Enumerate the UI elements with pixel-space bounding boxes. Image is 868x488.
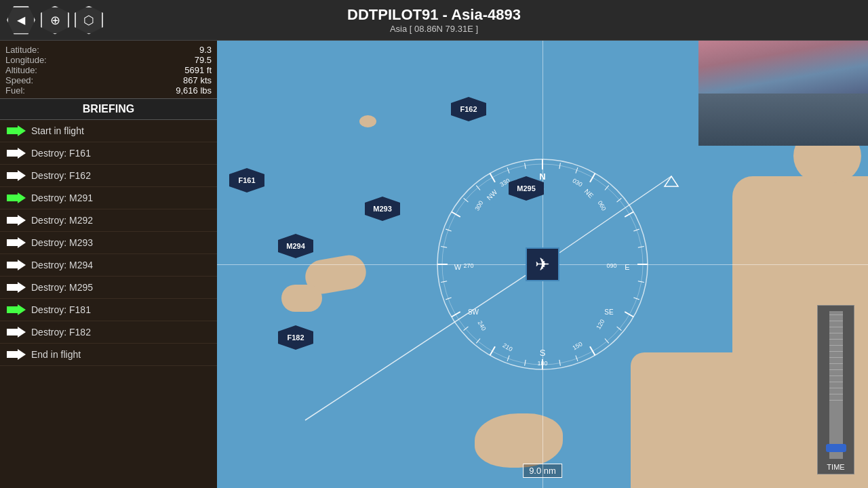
longitude-row: Longitude: 79.5 bbox=[5, 55, 212, 65]
svg-marker-2 bbox=[7, 170, 26, 181]
speed-value: 867 kts bbox=[183, 75, 212, 85]
mission-icon-4 bbox=[7, 214, 26, 226]
altitude-value: 5691 ft bbox=[184, 65, 212, 75]
svg-line-36 bbox=[559, 360, 561, 366]
crosshair-button[interactable]: ⊕ bbox=[41, 6, 69, 35]
mission-icon-7 bbox=[7, 281, 26, 293]
mission-icon-2 bbox=[7, 169, 26, 182]
svg-line-48 bbox=[525, 163, 526, 169]
crosshair-icon: ⊕ bbox=[50, 13, 60, 28]
fuel-row: Fuel: 9,616 lbs bbox=[5, 85, 212, 96]
header-nav: ◀ ⊕ ⬡ bbox=[7, 6, 103, 35]
mission-item-3[interactable]: Destroy: M291 bbox=[0, 187, 217, 209]
header: ◀ ⊕ ⬡ DDTPILOT91 - Asia-4893 Asia [ 08.8… bbox=[0, 0, 868, 41]
target-m293[interactable]: M293 bbox=[365, 197, 400, 221]
mission-icon-9 bbox=[7, 326, 26, 338]
svg-line-23 bbox=[452, 212, 460, 218]
mission-icon-5 bbox=[7, 237, 26, 249]
svg-text:210: 210 bbox=[501, 342, 513, 352]
slider-thumb[interactable] bbox=[826, 444, 846, 452]
mission-item-8[interactable]: Destroy: F181 bbox=[0, 299, 217, 321]
mission-icon-3 bbox=[7, 192, 26, 204]
fuel-label: Fuel: bbox=[5, 85, 25, 96]
svg-line-24 bbox=[490, 174, 496, 182]
hex-button[interactable]: ⬡ bbox=[75, 6, 103, 35]
svg-line-42 bbox=[441, 281, 447, 283]
camera-preview bbox=[698, 41, 868, 146]
speed-row: Speed: 867 kts bbox=[5, 75, 212, 85]
svg-line-43 bbox=[441, 247, 447, 248]
svg-marker-0 bbox=[7, 125, 26, 136]
mission-item-6[interactable]: Destroy: M294 bbox=[0, 254, 217, 277]
svg-marker-71 bbox=[665, 176, 678, 186]
mission-item-7[interactable]: Destroy: M295 bbox=[0, 277, 217, 299]
slider-track[interactable] bbox=[829, 311, 843, 459]
mission-label-6: Destroy: M294 bbox=[31, 260, 93, 270]
left-panel: Latitude: 9.3 Longitude: 79.5 Altitude: … bbox=[0, 41, 217, 488]
svg-line-30 bbox=[638, 247, 644, 248]
mission-label-3: Destroy: M291 bbox=[31, 192, 93, 203]
mission-icon-1 bbox=[7, 147, 26, 159]
mission-icon-10 bbox=[7, 348, 26, 361]
svg-marker-1 bbox=[7, 148, 26, 159]
mission-label-9: Destroy: F182 bbox=[31, 327, 91, 338]
mission-item-9[interactable]: Destroy: F182 bbox=[0, 321, 217, 344]
latitude-label: Latitude: bbox=[5, 45, 39, 55]
slider-ticks bbox=[829, 311, 843, 401]
svg-text:240: 240 bbox=[477, 319, 488, 331]
mission-item-4[interactable]: Destroy: M292 bbox=[0, 209, 217, 232]
mission-label-2: Destroy: F162 bbox=[31, 170, 91, 181]
target-f161[interactable]: F161 bbox=[229, 168, 264, 192]
svg-text:120: 120 bbox=[595, 318, 606, 330]
altitude-row: Altitude: 5691 ft bbox=[5, 65, 212, 75]
svg-line-20 bbox=[490, 346, 496, 355]
svg-marker-5 bbox=[7, 237, 26, 248]
target-f162[interactable]: F162 bbox=[451, 97, 486, 121]
time-slider[interactable]: TIME bbox=[817, 305, 854, 474]
altitude-label: Altitude: bbox=[5, 65, 37, 75]
svg-marker-7 bbox=[7, 282, 26, 293]
mission-list: Start in flight Destroy: F161 Destroy: F… bbox=[0, 120, 217, 366]
briefing-header: BRIEFING bbox=[0, 98, 217, 120]
svg-marker-4 bbox=[7, 215, 26, 226]
sub-title: Asia [ 08.86N 79.31E ] bbox=[347, 24, 521, 34]
back-icon: ◀ bbox=[17, 14, 25, 26]
mission-icon-6 bbox=[7, 259, 26, 271]
target-m294[interactable]: M294 bbox=[278, 234, 313, 258]
svg-text:SE: SE bbox=[604, 308, 614, 316]
svg-text:030: 030 bbox=[571, 177, 583, 188]
mission-icon-0 bbox=[7, 125, 26, 137]
svg-line-17 bbox=[625, 312, 633, 317]
mission-label-4: Destroy: M292 bbox=[31, 215, 93, 226]
mission-item-1[interactable]: Destroy: F161 bbox=[0, 142, 217, 165]
svg-text:270: 270 bbox=[463, 262, 473, 269]
mission-label-5: Destroy: M293 bbox=[31, 237, 93, 248]
longitude-value: 79.5 bbox=[195, 55, 212, 65]
aircraft-marker bbox=[526, 247, 559, 281]
svg-marker-3 bbox=[7, 192, 26, 203]
mission-item-0[interactable]: Start in flight bbox=[0, 120, 217, 142]
title-area: DDTPILOT91 - Asia-4893 Asia [ 08.86N 79.… bbox=[347, 6, 521, 34]
svg-line-37 bbox=[525, 360, 526, 366]
main-title: DDTPILOT91 - Asia-4893 bbox=[347, 6, 521, 24]
svg-text:SW: SW bbox=[468, 308, 479, 316]
mission-item-10[interactable]: End in flight bbox=[0, 344, 217, 366]
svg-text:150: 150 bbox=[571, 340, 583, 351]
back-button[interactable]: ◀ bbox=[7, 6, 35, 35]
land-topleft-1 bbox=[359, 115, 376, 127]
mission-label-0: Start in flight bbox=[31, 125, 84, 136]
speed-label: Speed: bbox=[5, 75, 33, 85]
mission-label-8: Destroy: F181 bbox=[31, 304, 91, 315]
target-f182[interactable]: F182 bbox=[278, 325, 313, 350]
mission-item-5[interactable]: Destroy: M293 bbox=[0, 232, 217, 254]
svg-marker-6 bbox=[7, 260, 26, 270]
svg-text:090: 090 bbox=[606, 262, 616, 269]
svg-marker-10 bbox=[7, 349, 26, 360]
fuel-value: 9,616 lbs bbox=[176, 85, 212, 96]
svg-line-14 bbox=[590, 174, 595, 182]
mission-label-7: Destroy: M295 bbox=[31, 282, 93, 293]
svg-line-18 bbox=[590, 346, 595, 355]
svg-text:060: 060 bbox=[597, 199, 608, 211]
svg-text:NE: NE bbox=[583, 188, 595, 200]
mission-item-2[interactable]: Destroy: F162 bbox=[0, 165, 217, 187]
